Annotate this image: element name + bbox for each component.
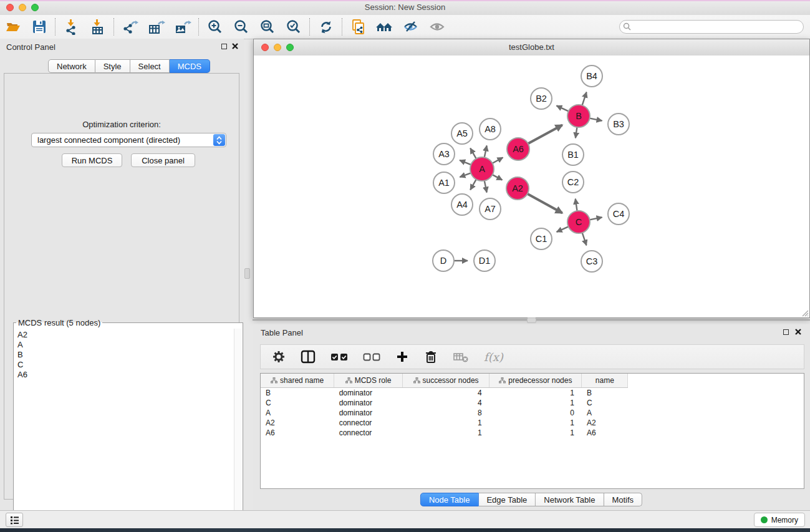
graph-edge-A-A5[interactable]	[470, 148, 476, 159]
graph-edge-A-A1[interactable]	[460, 173, 471, 177]
graph-node-B1[interactable]: B1	[562, 144, 584, 165]
graph-node-A3[interactable]: A3	[433, 143, 455, 165]
toggle-column-view-icon[interactable]	[301, 350, 316, 364]
clone-network-icon[interactable]	[345, 16, 372, 37]
memory-button[interactable]: Memory	[754, 513, 805, 527]
float-panel-icon[interactable]	[221, 44, 227, 49]
column-header-predecessor-nodes[interactable]: predecessor nodes	[489, 374, 582, 388]
graph-edge-B-B3[interactable]	[590, 118, 602, 121]
zoom-fit-icon[interactable]	[254, 16, 281, 37]
network-canvas[interactable]: B4B2BB3A5A8A6A3B1AA1C2A2A4A7C4CC1C3DD1	[254, 56, 809, 317]
mcds-result-item[interactable]: B	[17, 350, 234, 360]
graph-node-A7[interactable]: A7	[480, 198, 501, 220]
tab-mcds[interactable]: MCDS	[170, 59, 210, 73]
zoom-in-icon[interactable]	[202, 16, 228, 37]
graph-edge-C-C4[interactable]	[590, 217, 602, 220]
column-header-shared-name[interactable]: shared name	[261, 374, 334, 388]
graph-node-A4[interactable]: A4	[451, 194, 473, 215]
table-row[interactable]: Bdominator41B	[261, 388, 804, 399]
tab-select[interactable]: Select	[130, 59, 170, 73]
graph-edge-B-B1[interactable]	[576, 127, 577, 138]
close-panel-icon[interactable]	[231, 42, 239, 50]
graph-node-D1[interactable]: D1	[474, 250, 495, 271]
graph-node-C3[interactable]: C3	[581, 251, 602, 272]
graph-node-B2[interactable]: B2	[531, 88, 552, 109]
vertical-split-grip[interactable]	[244, 268, 250, 279]
delete-table-icon[interactable]	[453, 350, 469, 364]
column-header-MCDS-role[interactable]: MCDS role	[334, 374, 403, 388]
graph-edge-A2-C[interactable]	[528, 194, 562, 213]
zoom-selected-icon[interactable]	[281, 16, 307, 37]
graph-node-A5[interactable]: A5	[451, 123, 473, 144]
float-table-panel-icon[interactable]	[783, 329, 789, 335]
import-network-icon[interactable]	[59, 16, 85, 37]
deselect-all-checkboxes-icon[interactable]	[363, 350, 380, 364]
select-all-checkboxes-icon[interactable]	[330, 350, 348, 364]
horizontal-split-grip[interactable]	[527, 317, 536, 323]
zoom-out-icon[interactable]	[228, 16, 254, 37]
graph-node-B[interactable]: B	[567, 105, 590, 127]
graph-node-C1[interactable]: C1	[531, 228, 552, 249]
run-mcds-button[interactable]: Run MCDS	[62, 153, 122, 167]
delete-column-icon[interactable]	[424, 350, 438, 364]
resize-corner[interactable]	[801, 309, 809, 317]
refresh-icon[interactable]	[313, 16, 339, 37]
tab-edge-table[interactable]: Edge Table	[478, 493, 536, 506]
task-history-list-icon[interactable]	[6, 513, 23, 527]
tab-network-table[interactable]: Network Table	[536, 493, 604, 506]
search-input[interactable]	[619, 20, 804, 34]
table-row[interactable]: Adominator80A	[261, 408, 804, 418]
graph-edge-B-B4[interactable]	[582, 92, 587, 105]
export-table-icon[interactable]	[143, 16, 170, 37]
close-panel-button[interactable]: Close panel	[131, 153, 195, 167]
import-table-icon[interactable]	[85, 16, 111, 37]
graph-node-B4[interactable]: B4	[581, 65, 602, 87]
network-window-titlebar[interactable]: testGlobe.txt	[254, 39, 809, 56]
graph-node-A8[interactable]: A8	[480, 118, 501, 140]
mcds-result-item[interactable]: A6	[17, 370, 234, 380]
column-header-successor-nodes[interactable]: successor nodes	[402, 374, 489, 388]
column-header-name[interactable]: name	[582, 374, 628, 388]
graph-edge-B-B2[interactable]	[556, 105, 568, 111]
graph-node-D[interactable]: D	[433, 250, 454, 271]
save-session-icon[interactable]	[26, 16, 52, 37]
open-session-icon[interactable]	[0, 16, 26, 37]
graph-edge-C-C3[interactable]	[582, 233, 587, 245]
table-row[interactable]: A2connector11A2	[261, 418, 804, 428]
graph-edge-A-A6[interactable]	[493, 158, 503, 163]
export-network-icon[interactable]	[117, 16, 143, 37]
settings-gear-icon[interactable]	[272, 350, 286, 364]
tab-node-table[interactable]: Node Table	[420, 493, 479, 506]
graph-node-C2[interactable]: C2	[562, 172, 584, 193]
mcds-result-item[interactable]: A2	[17, 330, 234, 340]
graph-edge-A-A7[interactable]	[485, 181, 487, 193]
mcds-result-item[interactable]: C	[17, 360, 234, 370]
graph-node-A[interactable]: A	[470, 157, 494, 181]
table-row[interactable]: A6connector11A6	[261, 428, 804, 438]
show-all-eye-icon[interactable]	[424, 16, 450, 37]
hide-selected-icon[interactable]	[398, 16, 424, 37]
tab-network[interactable]: Network	[48, 59, 95, 73]
table-row[interactable]: Cdominator41C	[261, 398, 804, 408]
graph-node-C[interactable]: C	[567, 211, 590, 233]
graph-edge-A-A2[interactable]	[493, 175, 503, 180]
graph-edge-A-A4[interactable]	[470, 180, 476, 190]
mcds-result-item[interactable]: A	[17, 340, 234, 350]
graph-node-A2[interactable]: A2	[506, 177, 529, 200]
criterion-select[interactable]: largest connected component (directed)	[31, 133, 226, 147]
first-neighbors-icon[interactable]	[372, 16, 398, 37]
graph-node-B3[interactable]: B3	[608, 114, 629, 135]
graph-node-A1[interactable]: A1	[433, 172, 455, 193]
result-scrollbar[interactable]	[234, 329, 242, 532]
graph-edge-A-A3[interactable]	[460, 160, 471, 165]
graph-edge-A-A8[interactable]	[485, 145, 487, 157]
tab-style[interactable]: Style	[95, 59, 130, 73]
function-builder-icon[interactable]: f(x)	[484, 351, 503, 364]
graph-edge-A6-B[interactable]	[528, 125, 562, 143]
close-table-panel-icon[interactable]	[794, 328, 802, 336]
graph-edge-C-C2[interactable]	[576, 199, 577, 211]
graph-edge-C-C1[interactable]	[557, 226, 569, 232]
add-column-icon[interactable]	[395, 350, 409, 364]
export-image-icon[interactable]	[170, 16, 196, 37]
tab-motifs[interactable]: Motifs	[604, 493, 642, 506]
